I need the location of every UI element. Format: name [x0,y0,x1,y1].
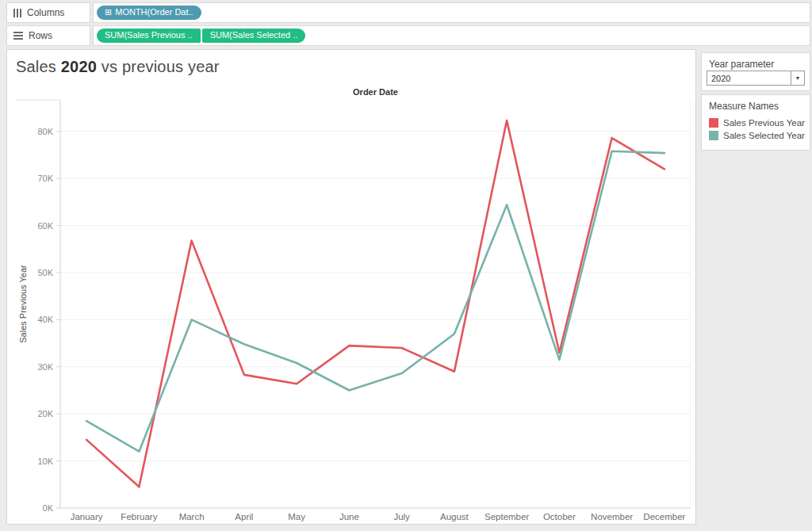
y-tick-label: 20K [37,409,53,418]
sheet-title-prefix: Sales [16,58,61,75]
sheet-title-suffix: vs previous year [97,58,220,75]
legend-label: Sales Selected Year [723,131,805,140]
x-tick-label: May [288,512,305,521]
year-parameter-card: Year parameter 2020 ▼ [701,52,810,91]
y-tick-label: 80K [37,127,53,136]
pill-label: SUM(Sales Selected .. [210,30,298,40]
column-field-header: Order Date [353,87,398,97]
x-tick-label: October [543,512,576,521]
x-tick-label: April [235,512,253,521]
x-tick-label: March [179,512,205,521]
x-tick-label: February [121,512,157,521]
pill-month-order-date[interactable]: ⊞MONTH(Order Dat.. [97,6,201,20]
x-tick-label: June [339,512,359,521]
rows-icon [13,32,23,40]
year-parameter-title: Year parameter [702,53,810,70]
year-parameter-dropdown[interactable]: 2020 ▼ [707,71,805,86]
y-tick-label: 40K [37,315,53,324]
x-tick-label: November [591,512,633,521]
y-tick-label: 70K [37,174,53,183]
series-line-selected-year[interactable] [86,151,665,452]
legend-color-swatch [709,118,718,128]
legend-title: Measure Names [702,95,810,112]
pill-sum-sales-previous[interactable]: SUM(Sales Previous .. [97,29,201,43]
legend-item-previous-year[interactable]: Sales Previous Year [702,117,810,129]
year-parameter-value: 2020 [711,74,730,83]
y-axis-title: Sales Previous Year [18,265,28,343]
series-line-previous-year[interactable] [86,120,665,487]
x-tick-label: July [393,512,410,521]
x-tick-label: September [485,512,529,521]
rows-shelf-text: Rows [29,30,52,41]
y-tick-label: 10K [37,457,53,466]
x-tick-label: December [643,512,685,521]
columns-shelf-text: Columns [27,7,64,18]
y-tick-label: 50K [37,268,53,277]
rows-shelf-label: Rows [6,25,90,46]
legend-label: Sales Previous Year [723,118,805,128]
measure-names-legend: Measure Names Sales Previous YearSales S… [701,94,810,151]
pill-label: MONTH(Order Dat.. [115,7,193,17]
pill-label: SUM(Sales Previous .. [105,30,193,40]
y-tick-label: 30K [37,362,53,372]
columns-icon [13,9,21,17]
y-tick-label: 0K [43,503,54,513]
columns-shelf-label: Columns [6,2,90,23]
sheet-title-year: 2020 [61,58,97,75]
line-chart[interactable]: Order Date0K10K20K30K40K50K60K70K80KSale… [15,86,691,525]
sheet-title: Sales 2020 vs previous year [16,58,220,76]
columns-shelf[interactable]: ⊞MONTH(Order Dat.. [93,2,810,23]
legend-item-selected-year[interactable]: Sales Selected Year [702,129,810,142]
dropdown-arrow-icon[interactable]: ▼ [791,71,804,85]
pill-sum-sales-selected[interactable]: SUM(Sales Selected .. [202,29,306,43]
worksheet-card: Sales 2020 vs previous year Order Date0K… [6,49,696,525]
rows-shelf[interactable]: SUM(Sales Previous ..SUM(Sales Selected … [93,25,810,46]
legend-color-swatch [709,131,718,140]
x-tick-label: August [440,512,469,521]
x-tick-label: January [71,512,103,521]
y-tick-label: 60K [37,221,53,231]
plus-box-icon[interactable]: ⊞ [105,7,112,17]
